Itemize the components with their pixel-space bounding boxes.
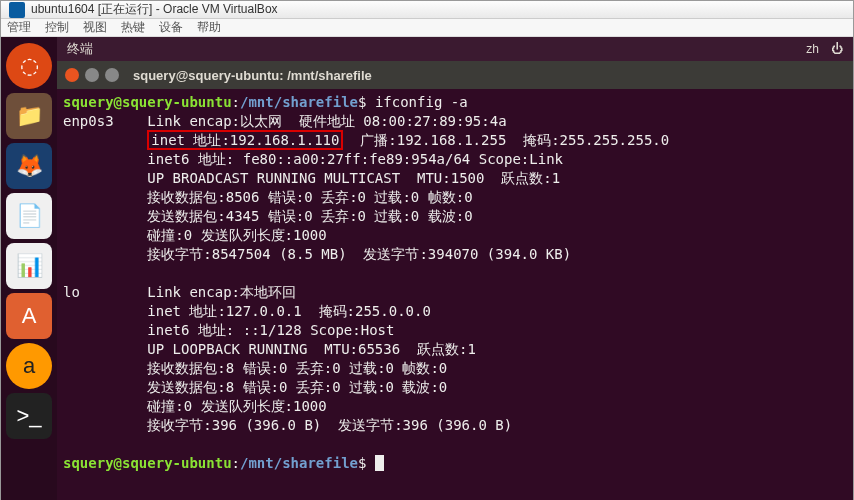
vbox-menubar: 管理 控制 视图 热键 设备 帮助	[1, 19, 853, 37]
out-lo-l3: inet6 地址: ::1/128 Scope:Host	[63, 322, 394, 338]
out-enp0s3-l5: 接收数据包:8506 错误:0 丢弃:0 过载:0 帧数:0	[63, 189, 473, 205]
minimize-icon[interactable]	[85, 68, 99, 82]
maximize-icon[interactable]	[105, 68, 119, 82]
menu-help[interactable]: 帮助	[197, 19, 221, 36]
terminal-content[interactable]: squery@squery-ubuntu:/mnt/sharefile$ ifc…	[57, 89, 853, 500]
ip-highlight: inet 地址:192.168.1.110	[147, 130, 343, 150]
ps1-path-2: /mnt/sharefile	[240, 455, 358, 471]
ps1-prompt-2: $	[358, 455, 366, 471]
out-lo-l7: 碰撞:0 发送队列长度:1000	[63, 398, 327, 414]
ps1-user: squery@squery-ubuntu	[63, 94, 232, 110]
out-enp0s3-l3: inet6 地址: fe80::a00:27ff:fe89:954a/64 Sc…	[63, 151, 563, 167]
command-text: ifconfig -a	[375, 94, 468, 110]
out-lo-l6: 发送数据包:8 错误:0 丢弃:0 过载:0 载波:0	[63, 379, 447, 395]
panel-indicators: zh ⏻	[806, 42, 843, 56]
out-lo-l2: inet 地址:127.0.0.1 掩码:255.0.0.0	[63, 303, 431, 319]
input-method-icon[interactable]: zh	[806, 42, 819, 56]
menu-devices[interactable]: 设备	[159, 19, 183, 36]
out-enp0s3-l2r: 广播:192.168.1.255 掩码:255.255.255.0	[343, 132, 669, 148]
launcher-writer-icon[interactable]: 📄	[6, 193, 52, 239]
panel-app-title: 终端	[67, 40, 93, 58]
launcher-calc-icon[interactable]: 📊	[6, 243, 52, 289]
close-icon[interactable]	[65, 68, 79, 82]
terminal-window: squery@squery-ubuntu: /mnt/sharefile squ…	[57, 61, 853, 500]
out-enp0s3-l6: 发送数据包:4345 错误:0 丢弃:0 过载:0 载波:0	[63, 208, 473, 224]
out-enp0s3-l1: enp0s3 Link encap:以太网 硬件地址 08:00:27:89:9…	[63, 113, 507, 129]
menu-manage[interactable]: 管理	[7, 19, 31, 36]
ps1-sep-2: :	[232, 455, 240, 471]
out-enp0s3-l7: 碰撞:0 发送队列长度:1000	[63, 227, 327, 243]
terminal-title: squery@squery-ubuntu: /mnt/sharefile	[133, 68, 372, 83]
vbox-title: ubuntu1604 [正在运行] - Oracle VM VirtualBox	[31, 1, 278, 18]
vbox-app-icon	[9, 2, 25, 18]
out-enp0s3-l4: UP BROADCAST RUNNING MULTICAST MTU:1500 …	[63, 170, 560, 186]
unity-launcher: ◌ 📁 🦊 📄 📊 A a >_	[1, 37, 57, 500]
ubuntu-desktop: ◌ 📁 🦊 📄 📊 A a >_ 终端 zh ⏻	[1, 37, 853, 500]
out-lo-l5: 接收数据包:8 错误:0 丢弃:0 过载:0 帧数:0	[63, 360, 447, 376]
launcher-amazon-icon[interactable]: a	[6, 343, 52, 389]
launcher-terminal-icon[interactable]: >_	[6, 393, 52, 439]
menu-control[interactable]: 控制	[45, 19, 69, 36]
launcher-dash-icon[interactable]: ◌	[6, 43, 52, 89]
vbox-titlebar[interactable]: ubuntu1604 [正在运行] - Oracle VM VirtualBox	[1, 1, 853, 19]
power-icon[interactable]: ⏻	[831, 42, 843, 56]
out-lo-l4: UP LOOPBACK RUNNING MTU:65536 跃点数:1	[63, 341, 476, 357]
out-enp0s3-l8: 接收字节:8547504 (8.5 MB) 发送字节:394070 (394.0…	[63, 246, 571, 262]
out-lo-l8: 接收字节:396 (396.0 B) 发送字节:396 (396.0 B)	[63, 417, 512, 433]
virtualbox-window: ubuntu1604 [正在运行] - Oracle VM VirtualBox…	[0, 0, 854, 500]
ps1-path: /mnt/sharefile	[240, 94, 358, 110]
desktop-main: 终端 zh ⏻ squery@squery-ubuntu: /mnt/share…	[57, 37, 853, 500]
out-lo-l1: lo Link encap:本地环回	[63, 284, 296, 300]
launcher-software-icon[interactable]: A	[6, 293, 52, 339]
menu-hotkeys[interactable]: 热键	[121, 19, 145, 36]
ps1-prompt: $	[358, 94, 366, 110]
ps1-user-2: squery@squery-ubuntu	[63, 455, 232, 471]
launcher-files-icon[interactable]: 📁	[6, 93, 52, 139]
terminal-titlebar[interactable]: squery@squery-ubuntu: /mnt/sharefile	[57, 61, 853, 89]
menu-view[interactable]: 视图	[83, 19, 107, 36]
launcher-firefox-icon[interactable]: 🦊	[6, 143, 52, 189]
top-panel: 终端 zh ⏻	[57, 37, 853, 61]
ps1-sep: :	[232, 94, 240, 110]
cursor-icon	[375, 455, 384, 471]
